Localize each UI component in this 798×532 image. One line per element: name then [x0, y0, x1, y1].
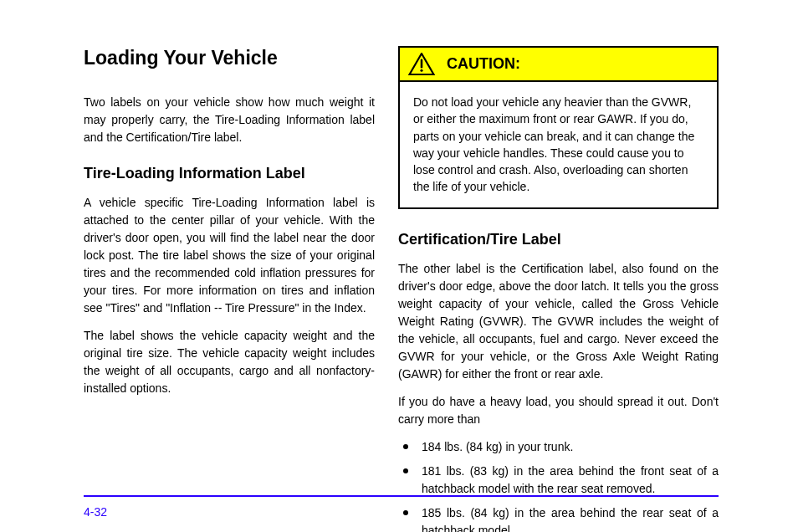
left-paragraph-3: The label shows the vehicle capacity wei… [84, 327, 375, 397]
section-title: Loading Your Vehicle [84, 46, 375, 70]
left-paragraph-1: Two labels on your vehicle show how much… [84, 94, 375, 146]
right-paragraph-1: The other label is the Certification lab… [398, 260, 719, 383]
caution-label: CAUTION: [447, 55, 520, 73]
page-number: 4-32 [84, 505, 107, 519]
list-item: 181 lbs. (83 kg) in the area behind the … [403, 463, 719, 498]
svg-point-2 [420, 69, 422, 72]
right-subhead-1: Certification/Tire Label [398, 231, 719, 249]
left-subhead-1: Tire-Loading Information Label [84, 165, 375, 183]
caution-box: CAUTION: Do not load your vehicle any he… [398, 46, 719, 209]
list-item: 184 lbs. (84 kg) in your trunk. [403, 438, 719, 456]
caution-body: Do not load your vehicle any heavier tha… [400, 82, 717, 207]
footer-rule [84, 495, 719, 497]
list-item: 185 lbs. (84 kg) in the area behind the … [403, 504, 719, 532]
caution-header: CAUTION: [400, 48, 717, 82]
warning-triangle-icon [408, 53, 435, 75]
left-paragraph-2: A vehicle specific Tire-Loading Informat… [84, 194, 375, 317]
weight-list: 184 lbs. (84 kg) in your trunk. 181 lbs.… [398, 438, 719, 532]
right-list-lead: If you do have a heavy load, you should … [398, 393, 719, 428]
